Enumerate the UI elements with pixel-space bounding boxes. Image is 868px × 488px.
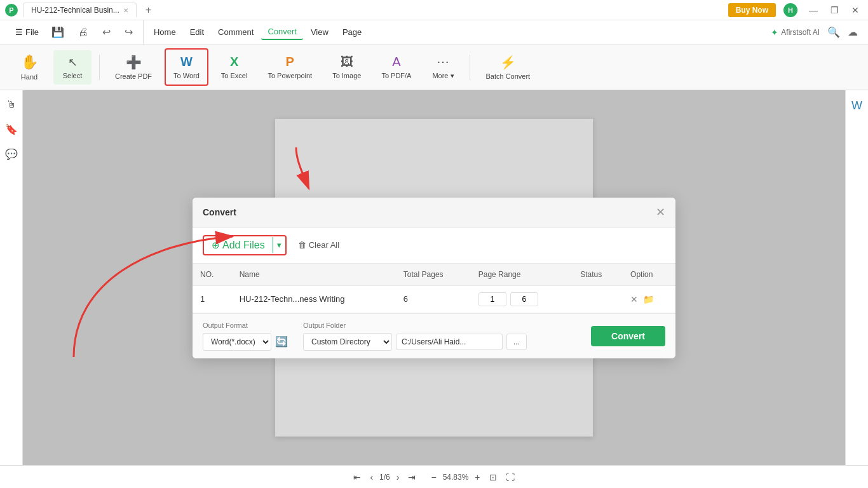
col-no: NO. [193,264,232,286]
right-sidebar: W [845,90,868,465]
sync-icon[interactable]: 🔄 [275,336,288,348]
menu-edit[interactable]: Edit [184,25,210,39]
menu-page[interactable]: Page [336,25,368,39]
minimize-button[interactable]: — [805,4,822,17]
format-controls: Word(*.docx) 🔄 [203,333,288,351]
cell-status [573,285,623,313]
menu-undo[interactable]: ↩ [96,24,117,41]
statusbar: ⇤ ‹ 1/6 › ⇥ − 54.83% + ⊡ ⛶ [0,465,868,488]
to-pdfa-button[interactable]: A To PDF/A [374,50,419,85]
range-from-input[interactable] [478,292,506,306]
to-image-button[interactable]: 🖼 To Image [325,50,369,85]
first-page-button[interactable]: ⇤ [351,471,363,484]
window-controls: — ❐ ✕ [805,4,863,17]
menu-print[interactable]: 🖨 [72,24,95,41]
zoom-level: 54.83% [443,473,469,482]
fit-page-button[interactable]: ⊡ [487,471,499,484]
last-page-button[interactable]: ⇥ [405,471,418,484]
word-badge-icon: W [848,95,866,116]
menu-redo[interactable]: ↪ [118,24,139,41]
add-icon: ⊕ [212,240,220,251]
batch-convert-button[interactable]: ⚡ Batch Convert [478,50,538,85]
add-files-dropdown-button[interactable]: ▾ [273,237,285,253]
browse-button[interactable]: ... [506,334,527,350]
convert-button[interactable]: Convert [591,326,665,346]
more-label: More ▾ [432,72,454,80]
col-total-pages: Total Pages [396,264,471,286]
create-pdf-button[interactable]: ➕ Create PDF [107,50,159,85]
hand-tool-button[interactable]: ✋ Hand [10,49,48,86]
zoom-group: − 54.83% + ⊡ ⛶ [428,471,517,484]
navigation-group: ⇤ ‹ 1/6 › ⇥ [351,471,418,484]
menu-comment[interactable]: Comment [212,25,260,39]
left-sidebar: 🖱 🔖 💬 [0,90,23,465]
folder-row-icon[interactable]: 📁 [643,294,654,304]
separator-2 [470,55,470,80]
to-image-label: To Image [332,72,361,79]
powerpoint-icon: P [286,55,294,69]
modal-close-button[interactable]: ✕ [656,205,665,219]
file-menu[interactable]: ☰ File [10,25,44,39]
create-pdf-icon: ➕ [126,55,142,70]
folder-controls: Custom Directory ... [303,333,527,351]
path-input[interactable] [396,334,503,350]
hand-label: Hand [21,73,37,81]
table-row: 1 HU-212-Techn...ness Writing 6 [193,285,675,313]
app-logo: P [5,4,18,17]
buy-now-button[interactable]: Buy Now [728,3,776,17]
cloud-icon: ☁ [848,26,858,38]
folder-dropdown[interactable]: Custom Directory [303,333,392,351]
clear-all-button[interactable]: 🗑 Clear All [292,237,346,253]
sidebar-icon-1[interactable]: 🖱 [3,95,20,114]
format-select[interactable]: Word(*.docx) [203,333,271,351]
to-excel-button[interactable]: X To Excel [214,50,255,85]
menu-view[interactable]: View [304,25,335,39]
to-excel-label: To Excel [221,72,248,79]
to-pdfa-label: To PDF/A [381,72,411,79]
zoom-out-button[interactable]: − [428,471,438,484]
cell-total-pages: 6 [396,285,471,313]
modal-title: Convert [203,207,236,217]
prev-page-button[interactable]: ‹ [367,471,376,484]
to-word-button[interactable]: W To Word [165,48,208,86]
range-to-input[interactable] [510,292,538,306]
new-tab-button[interactable]: + [142,4,155,16]
cell-name: HU-212-Techn...ness Writing [232,285,396,313]
add-files-button[interactable]: ⊕ Add Files [204,236,273,254]
add-files-label: Add Files [222,240,265,251]
more-button[interactable]: ⋯ More ▾ [424,49,462,85]
modal-footer: Output Format Word(*.docx) 🔄 Output Fold… [193,313,675,358]
image-icon: 🖼 [341,55,353,69]
zoom-in-button[interactable]: + [472,471,482,484]
titlebar-left: P HU-212-Technical Busin... ✕ + [5,3,155,17]
hand-icon: ✋ [21,54,38,71]
modal-toolbar: ⊕ Add Files ▾ 🗑 Clear All [193,227,675,264]
tab-close-icon[interactable]: ✕ [123,7,128,14]
sidebar-icon-2[interactable]: 🔖 [1,119,22,139]
table-header-row: NO. Name Total Pages Page Range Status O… [193,264,675,286]
menu-home[interactable]: Home [147,25,182,39]
menu-save[interactable]: 💾 [45,24,71,41]
ai-button[interactable]: ✦ Afirstsoft AI [771,27,820,37]
close-button[interactable]: ✕ [848,4,863,17]
output-format-section: Output Format Word(*.docx) 🔄 [203,322,288,351]
next-page-button[interactable]: › [394,471,402,484]
excel-icon: X [230,55,238,69]
menu-convert[interactable]: Convert [261,24,303,40]
cell-page-range [471,285,573,313]
file-menu-icon: ☰ [15,27,23,37]
delete-row-icon[interactable]: ✕ [630,294,638,304]
to-powerpoint-button[interactable]: P To Powerpoint [260,50,320,85]
ai-label: Afirstsoft AI [781,28,820,37]
word-icon: W [180,55,193,69]
batch-icon: ⚡ [500,55,516,70]
user-avatar: H [783,3,797,17]
fullscreen-button[interactable]: ⛶ [503,471,517,484]
sidebar-icon-3[interactable]: 💬 [1,144,22,164]
browser-tab[interactable]: HU-212-Technical Busin... ✕ [23,3,137,17]
search-button[interactable]: 🔍 [827,26,840,38]
select-tool-button[interactable]: ↖ Select [53,50,92,85]
maximize-button[interactable]: ❐ [827,4,843,17]
create-pdf-label: Create PDF [115,72,152,80]
tab-title: HU-212-Technical Busin... [31,6,119,15]
